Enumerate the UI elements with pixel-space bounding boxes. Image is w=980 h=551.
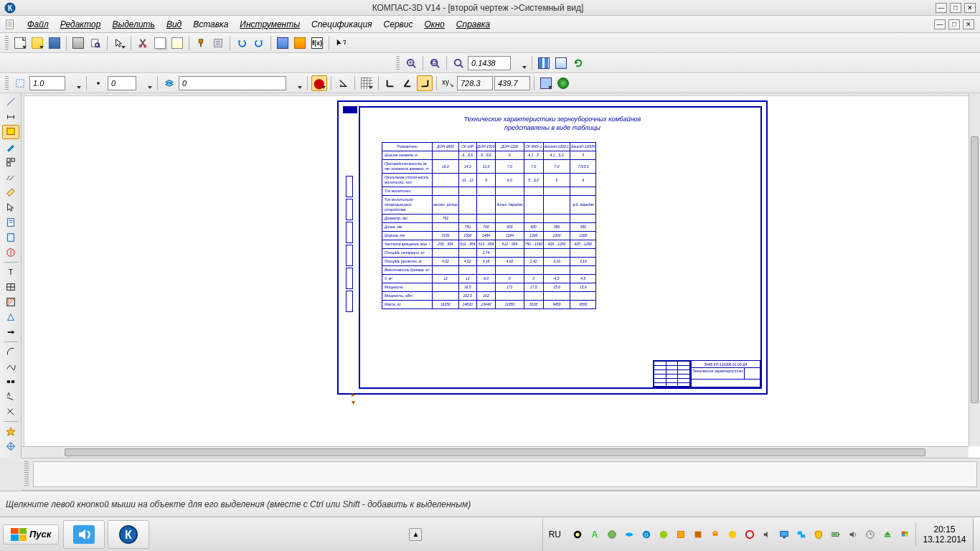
tray-icon-3[interactable] bbox=[606, 528, 618, 541]
angle-snap-button[interactable] bbox=[335, 75, 351, 91]
point-style-dropdown[interactable] bbox=[138, 75, 154, 91]
minimize-button[interactable]: — bbox=[936, 3, 947, 13]
select-panel-button[interactable] bbox=[2, 200, 19, 215]
mdi-close-button[interactable]: ✕ bbox=[963, 19, 974, 29]
tray-flag-icon[interactable] bbox=[898, 528, 911, 541]
layer-dropdown[interactable] bbox=[288, 75, 303, 91]
format-painter-button[interactable] bbox=[193, 35, 209, 51]
scrollbar-horizontal[interactable] bbox=[22, 446, 969, 458]
menu-insert[interactable]: Вставка bbox=[187, 17, 234, 32]
quick-macro-button[interactable] bbox=[2, 424, 19, 438]
undo-button[interactable] bbox=[234, 35, 250, 51]
symbol-button[interactable] bbox=[2, 310, 19, 324]
tray-icon-9[interactable] bbox=[709, 528, 722, 541]
tray-icon-11[interactable] bbox=[743, 528, 756, 541]
mdi-restore-button[interactable]: □ bbox=[948, 19, 960, 29]
maximize-button[interactable]: □ bbox=[950, 3, 961, 13]
toolbar-grip[interactable] bbox=[5, 76, 9, 90]
scrollbar-vertical[interactable] bbox=[969, 93, 980, 446]
copy-button[interactable] bbox=[152, 35, 168, 51]
layer-icon[interactable] bbox=[161, 75, 177, 91]
snap-toggle-button[interactable]: ⬤ bbox=[311, 75, 327, 91]
menu-select[interactable]: Выделить bbox=[106, 17, 161, 32]
rounding-toggle-button[interactable] bbox=[417, 75, 433, 91]
global-cs-button[interactable] bbox=[555, 75, 571, 91]
zoom-fit-button[interactable] bbox=[451, 55, 466, 71]
redo-button[interactable] bbox=[251, 35, 267, 51]
tray-icon-8[interactable] bbox=[692, 528, 705, 541]
arc-tool-button[interactable] bbox=[2, 344, 19, 359]
end-tool-button[interactable] bbox=[2, 405, 19, 419]
save-button[interactable] bbox=[47, 35, 62, 51]
cut-button[interactable] bbox=[135, 35, 151, 51]
tray-clock-icon[interactable] bbox=[864, 528, 877, 541]
print-button[interactable] bbox=[70, 35, 86, 51]
refresh-view-button[interactable] bbox=[570, 55, 586, 71]
menu-edit[interactable]: Редактор bbox=[55, 17, 107, 32]
insert-panel-button[interactable] bbox=[2, 245, 19, 260]
menu-file[interactable]: Файл bbox=[22, 17, 55, 32]
local-cs-button[interactable] bbox=[538, 75, 554, 91]
ortho-up-button[interactable] bbox=[382, 75, 398, 91]
break-tool-button[interactable] bbox=[2, 375, 19, 389]
tray-monitor-icon[interactable] bbox=[778, 528, 791, 541]
menu-view[interactable]: Вид bbox=[161, 17, 187, 32]
geometry-panel-button[interactable] bbox=[2, 95, 19, 109]
tray-speaker-icon[interactable] bbox=[847, 528, 859, 541]
drawing-sheet[interactable]: Технические характеристики зерноуборочны… bbox=[337, 100, 768, 395]
spec-panel-button[interactable] bbox=[2, 215, 19, 230]
target-tool-button[interactable] bbox=[2, 439, 19, 453]
measure-panel-button[interactable] bbox=[2, 185, 19, 199]
hatch-button[interactable] bbox=[2, 295, 19, 309]
line-style-dropdown[interactable] bbox=[67, 75, 83, 91]
zoom-value-input[interactable] bbox=[468, 56, 511, 70]
panels-button[interactable] bbox=[553, 55, 569, 71]
reports-panel-button[interactable] bbox=[2, 230, 19, 245]
dims-panel-button[interactable] bbox=[2, 110, 19, 124]
menu-tools[interactable]: Инструменты bbox=[234, 17, 306, 32]
tray-icon-1[interactable] bbox=[571, 528, 584, 541]
menu-help[interactable]: Справка bbox=[451, 17, 496, 32]
edit-panel-button[interactable] bbox=[2, 140, 19, 154]
paste-button[interactable] bbox=[169, 35, 185, 51]
point-style-icon[interactable] bbox=[90, 75, 106, 91]
tray-battery-icon[interactable] bbox=[829, 528, 842, 541]
line-style-select[interactable] bbox=[29, 76, 65, 90]
tray-icon-4[interactable] bbox=[623, 528, 636, 541]
property-bar-grip[interactable] bbox=[24, 461, 29, 487]
ortho-angle-button[interactable] bbox=[400, 75, 415, 91]
show-desktop-button[interactable] bbox=[973, 517, 980, 552]
views-arrow-button[interactable] bbox=[2, 325, 19, 339]
line-style-icon[interactable] bbox=[12, 75, 28, 91]
menu-window[interactable]: Окно bbox=[419, 17, 451, 32]
tray-shield-icon[interactable] bbox=[812, 528, 825, 541]
tray-overflow-button[interactable]: ▲ bbox=[409, 528, 422, 541]
tray-icon-10[interactable] bbox=[726, 528, 739, 541]
dim-leader-button[interactable]: A bbox=[2, 390, 19, 404]
mdi-minimize-button[interactable]: — bbox=[934, 19, 946, 29]
grid-toggle-button[interactable] bbox=[359, 75, 374, 91]
tray-icon-6[interactable] bbox=[657, 528, 670, 541]
properties-button[interactable] bbox=[210, 35, 226, 51]
annotate-panel-button[interactable] bbox=[2, 125, 19, 139]
table-insert-button[interactable] bbox=[2, 280, 19, 294]
doc-manager-button[interactable] bbox=[275, 35, 291, 51]
tray-icon-2[interactable]: A bbox=[588, 528, 601, 541]
point-style-select[interactable] bbox=[108, 76, 136, 90]
spline-tool-button[interactable] bbox=[2, 359, 19, 374]
print-preview-button[interactable] bbox=[88, 35, 103, 51]
tray-network-icon[interactable] bbox=[795, 528, 808, 541]
new-doc-button[interactable] bbox=[12, 35, 28, 51]
language-indicator[interactable]: RU bbox=[542, 517, 567, 552]
taskbar-clock[interactable]: 20:15 13.12.2014 bbox=[915, 523, 973, 546]
layer-select[interactable] bbox=[179, 76, 286, 90]
zoom-window-button[interactable] bbox=[427, 55, 443, 71]
tray-icon-5[interactable]: G bbox=[640, 528, 653, 541]
libraries-button[interactable] bbox=[292, 35, 308, 51]
close-button[interactable]: ✕ bbox=[964, 3, 976, 13]
variables-button[interactable]: f(x) bbox=[309, 35, 325, 51]
doc-icon[interactable] bbox=[1, 17, 19, 32]
context-help-button[interactable]: ? bbox=[333, 35, 349, 51]
taskbar-app-kompas[interactable]: К bbox=[108, 520, 149, 549]
zoom-in-button[interactable] bbox=[403, 55, 419, 71]
